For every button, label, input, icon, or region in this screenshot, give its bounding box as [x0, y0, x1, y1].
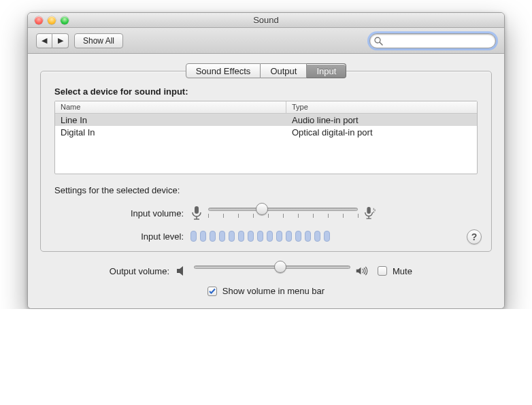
- show-all-button[interactable]: Show All: [74, 33, 123, 48]
- tab-output[interactable]: Output: [261, 63, 307, 78]
- svg-line-1: [380, 42, 382, 45]
- level-led: [238, 231, 244, 242]
- minimize-window-button[interactable]: [48, 16, 56, 25]
- back-button[interactable]: ◀: [36, 33, 52, 48]
- level-led: [200, 231, 206, 242]
- mic-high-icon: [363, 206, 376, 221]
- speaker-high-icon: [356, 265, 368, 276]
- level-led: [314, 231, 320, 242]
- zoom-window-button[interactable]: [61, 16, 69, 25]
- level-led: [276, 231, 282, 242]
- speaker-low-icon: [176, 265, 188, 276]
- input-level-meter: [190, 231, 330, 242]
- output-section: Output volume:: [40, 261, 492, 296]
- settings-heading: Settings for the selected device:: [54, 185, 478, 195]
- input-panel: Select a device for sound input: Name Ty…: [40, 71, 492, 252]
- level-led: [248, 231, 254, 242]
- input-level-row: Input level:: [54, 231, 478, 242]
- tab-input[interactable]: Input: [307, 63, 346, 78]
- level-led: [190, 231, 197, 242]
- input-volume-slider[interactable]: [208, 204, 358, 223]
- content-area: Sound Effects Output Input Select a devi…: [28, 54, 504, 308]
- col-header-name[interactable]: Name: [55, 101, 286, 113]
- device-row[interactable]: Digital In Optical digital-in port: [55, 126, 477, 138]
- close-window-button[interactable]: [35, 16, 43, 25]
- search-icon: [374, 37, 383, 46]
- device-list-body: Line In Audio line-in port Digital In Op…: [55, 114, 477, 138]
- device-list: Name Type Line In Audio line-in port Dig…: [54, 101, 478, 174]
- nav-buttons: ◀ ▶: [36, 33, 69, 48]
- toolbar: ◀ ▶ Show All: [28, 28, 504, 54]
- device-row[interactable]: Line In Audio line-in port: [55, 114, 477, 126]
- search-input[interactable]: [386, 36, 491, 46]
- window-controls: [28, 16, 69, 25]
- svg-rect-2: [195, 206, 199, 214]
- search-field-wrapper: [369, 33, 496, 48]
- level-led: [286, 231, 292, 242]
- check-icon: [209, 288, 216, 295]
- level-led: [267, 231, 273, 242]
- output-volume-slider[interactable]: [194, 261, 350, 280]
- show-in-menubar-label: Show volume in menu bar: [222, 286, 325, 296]
- device-list-header: Name Type: [55, 101, 477, 114]
- mute-checkbox[interactable]: [378, 266, 387, 276]
- device-type: Optical digital-in port: [286, 127, 477, 137]
- select-device-heading: Select a device for sound input:: [54, 86, 478, 97]
- col-header-type[interactable]: Type: [286, 101, 477, 113]
- sound-preferences-window: Sound ◀ ▶ Show All Sound Effects Output …: [27, 12, 505, 309]
- level-led: [324, 231, 330, 242]
- tab-bar: Sound Effects Output Input: [40, 63, 492, 78]
- tab-sound-effects[interactable]: Sound Effects: [186, 63, 261, 78]
- chevron-left-icon: ◀: [41, 36, 47, 45]
- input-volume-row: Input volume:: [54, 204, 478, 223]
- level-led: [257, 231, 263, 242]
- level-led: [295, 231, 301, 242]
- level-led: [219, 231, 225, 242]
- input-level-label: Input level:: [54, 231, 190, 242]
- show-in-menubar-checkbox[interactable]: [207, 287, 217, 296]
- level-led: [305, 231, 311, 242]
- help-button[interactable]: ?: [467, 229, 482, 244]
- forward-button[interactable]: ▶: [52, 33, 69, 48]
- level-led: [210, 231, 216, 242]
- level-led: [229, 231, 235, 242]
- device-name: Line In: [55, 115, 286, 125]
- svg-rect-5: [367, 207, 370, 214]
- mute-label: Mute: [393, 266, 412, 276]
- chevron-right-icon: ▶: [58, 36, 63, 45]
- window-title: Sound: [28, 15, 504, 25]
- output-volume-label: Output volume:: [40, 266, 176, 276]
- titlebar: Sound: [28, 13, 504, 28]
- device-type: Audio line-in port: [286, 115, 477, 125]
- device-name: Digital In: [55, 127, 286, 137]
- mic-low-icon: [190, 206, 203, 221]
- input-volume-label: Input volume:: [54, 208, 190, 218]
